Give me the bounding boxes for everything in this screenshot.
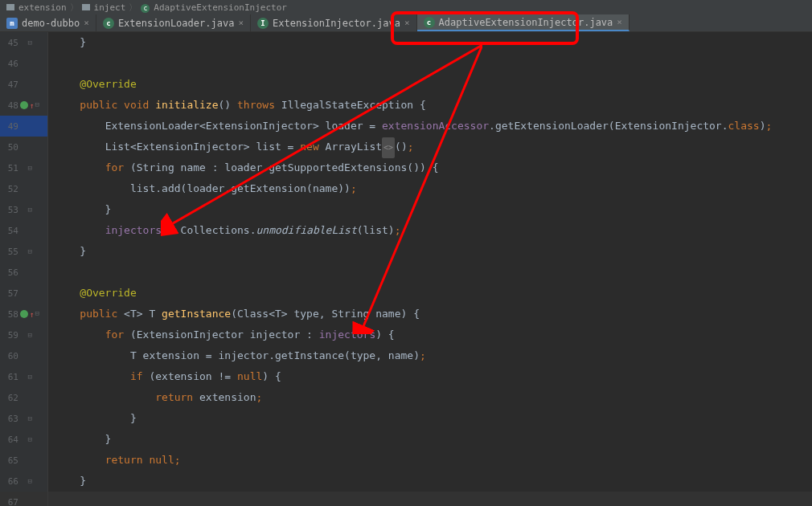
fold-marker[interactable]: ⊟ bbox=[28, 248, 35, 255]
breadcrumb-item[interactable]: extension bbox=[6, 2, 67, 13]
up-arrow-icon: ↑ bbox=[29, 101, 34, 110]
line-number: 58 bbox=[1, 309, 18, 320]
close-icon[interactable]: × bbox=[404, 18, 410, 28]
folder-icon bbox=[82, 2, 92, 13]
line-number: 62 bbox=[1, 393, 18, 403]
override-gutter-icon[interactable] bbox=[20, 310, 28, 318]
line-number: 45 bbox=[1, 38, 18, 48]
line-number: 54 bbox=[1, 226, 18, 236]
line-number: 46 bbox=[1, 59, 18, 69]
line-number: 51 bbox=[1, 163, 18, 173]
fold-marker[interactable]: ⊟ bbox=[28, 478, 35, 485]
line-number: 67 bbox=[1, 497, 18, 507]
line-number: 60 bbox=[1, 351, 18, 361]
close-icon[interactable]: × bbox=[84, 18, 89, 28]
class-icon bbox=[141, 2, 151, 13]
tab-label: ExtensionInjector.java bbox=[273, 18, 400, 29]
line-number: 55 bbox=[1, 247, 18, 257]
line-number: 64 bbox=[1, 435, 18, 445]
close-icon[interactable]: × bbox=[617, 17, 622, 27]
tab-extension-loader[interactable]: c ExtensionLoader.java × bbox=[96, 14, 251, 31]
fold-marker[interactable]: ⊟ bbox=[28, 206, 35, 214]
line-number: 50 bbox=[1, 142, 18, 153]
class-icon: c bbox=[424, 17, 435, 28]
editor-tabs: m demo-dubbo × c ExtensionLoader.java × … bbox=[0, 14, 812, 32]
line-number: 52 bbox=[1, 184, 18, 194]
line-number: 49 bbox=[1, 121, 18, 132]
tab-label: ExtensionLoader.java bbox=[118, 18, 235, 29]
fold-marker[interactable]: ⊟ bbox=[28, 415, 35, 422]
tab-adaptive-extension-injector[interactable]: c AdaptiveExtensionInjector.java × bbox=[417, 14, 630, 31]
module-icon: m bbox=[6, 18, 18, 29]
tab-extension-injector[interactable]: I ExtensionInjector.java × bbox=[251, 14, 417, 31]
fold-marker[interactable]: ⊟ bbox=[35, 310, 43, 317]
editor-area: 45⊟ 46 47 48↑⊟ 49 50 51⊟ 52 53⊟ 54 55⊟ 5… bbox=[0, 32, 812, 506]
up-arrow-icon: ↑ bbox=[29, 310, 34, 319]
code-editor[interactable]: } @Override public void initialize() thr… bbox=[48, 32, 812, 506]
class-icon: c bbox=[103, 18, 114, 29]
line-number: 61 bbox=[1, 372, 18, 382]
tab-label: demo-dubbo bbox=[22, 18, 80, 29]
line-number: 66 bbox=[1, 476, 18, 487]
gutter: 45⊟ 46 47 48↑⊟ 49 50 51⊟ 52 53⊟ 54 55⊟ 5… bbox=[0, 32, 48, 506]
breadcrumb-item[interactable]: AdaptiveExtensionInjector bbox=[141, 2, 287, 13]
line-number: 59 bbox=[1, 330, 18, 341]
line-number: 56 bbox=[1, 267, 18, 278]
fold-marker[interactable]: ⊟ bbox=[28, 373, 35, 381]
chevron-right-icon: 〉 bbox=[129, 2, 137, 14]
fold-marker[interactable]: ⊟ bbox=[28, 165, 35, 172]
fold-marker[interactable]: ⊟ bbox=[35, 101, 43, 108]
line-number: 48 bbox=[1, 100, 18, 111]
line-number: 53 bbox=[1, 205, 18, 215]
line-number: 47 bbox=[1, 80, 18, 90]
line-number: 57 bbox=[1, 288, 18, 299]
folder-icon bbox=[6, 2, 16, 13]
breadcrumb-item[interactable]: inject bbox=[82, 2, 126, 13]
tab-label: AdaptiveExtensionInjector.java bbox=[439, 17, 613, 28]
breadcrumb: extension 〉 inject 〉 AdaptiveExtensionIn… bbox=[0, 0, 812, 14]
diamond-hint: <> bbox=[382, 137, 395, 158]
override-gutter-icon[interactable] bbox=[20, 101, 28, 109]
fold-marker[interactable]: ⊟ bbox=[28, 436, 35, 443]
chevron-right-icon: 〉 bbox=[70, 2, 79, 14]
tab-demo-dubbo[interactable]: m demo-dubbo × bbox=[0, 14, 96, 31]
line-number: 63 bbox=[1, 414, 18, 424]
line-number: 65 bbox=[1, 455, 18, 466]
fold-marker[interactable]: ⊟ bbox=[28, 332, 35, 339]
close-icon[interactable]: × bbox=[238, 18, 244, 28]
interface-icon: I bbox=[257, 18, 269, 29]
fold-marker[interactable]: ⊟ bbox=[28, 39, 35, 47]
